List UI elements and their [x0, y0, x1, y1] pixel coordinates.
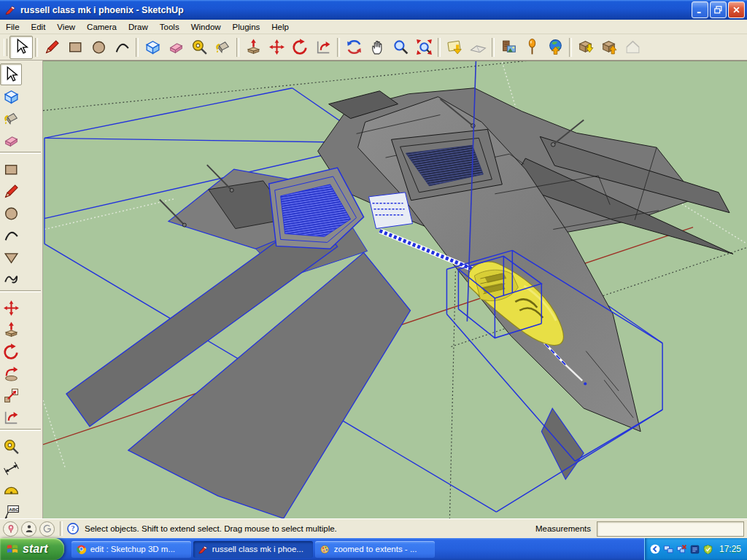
line-tool-button[interactable]: [40, 36, 63, 59]
eraser-icon: [167, 38, 185, 56]
measurements-input[interactable]: [597, 521, 744, 537]
offset-tool-button[interactable]: [0, 406, 22, 428]
preview-in-google-earth-tool-button[interactable]: [543, 36, 567, 59]
select-icon: [12, 38, 31, 56]
get-models-tool-button[interactable]: [574, 36, 597, 59]
scale-icon: [2, 386, 20, 405]
add-new-building-tool-button[interactable]: [520, 36, 543, 59]
push-pull-tool-button[interactable]: [0, 319, 22, 341]
circle-tool-button[interactable]: [0, 202, 22, 224]
share-models-icon: [600, 38, 619, 56]
windows-flag-icon: [6, 542, 19, 556]
menu-edit[interactable]: Edit: [26, 21, 52, 33]
circle-tool-button[interactable]: [87, 36, 110, 59]
orbit-tool-button[interactable]: [342, 36, 365, 59]
paint-bucket-tool-button[interactable]: [0, 107, 22, 129]
application-tray-icon[interactable]: [689, 544, 700, 555]
minimize-button[interactable]: [692, 1, 708, 18]
network-tray-icon[interactable]: [663, 544, 674, 555]
paint-icon: [320, 544, 330, 555]
start-button[interactable]: start: [0, 538, 64, 560]
network-offline-tray-icon[interactable]: [676, 544, 687, 555]
move-tool-button[interactable]: [265, 36, 288, 59]
select-tool-button[interactable]: [0, 63, 22, 85]
dimension-tool-button[interactable]: [0, 457, 22, 479]
security-tray-icon[interactable]: [703, 544, 713, 555]
toggle-terrain-tool-button[interactable]: [466, 36, 489, 59]
freehand-icon: [2, 270, 20, 288]
toolbar-grip[interactable]: [4, 39, 7, 56]
components-tool-button[interactable]: [621, 36, 644, 59]
task-label: edit : Sketchup 3D m...: [90, 545, 175, 553]
add-new-building-icon: [523, 38, 541, 56]
offset-tool-button[interactable]: [311, 36, 335, 59]
push-pull-icon: [2, 321, 20, 339]
get-current-view-tool-button[interactable]: [443, 36, 466, 59]
polygon-tool-button[interactable]: [0, 246, 22, 268]
sign-in-button[interactable]: [39, 521, 55, 537]
line-tool-button[interactable]: [0, 180, 22, 202]
follow-me-icon: [2, 365, 20, 383]
circle-icon: [90, 38, 108, 56]
select-tool-button[interactable]: [9, 36, 33, 59]
menu-view[interactable]: View: [51, 21, 81, 33]
offset-icon: [314, 38, 333, 56]
eraser-tool-button[interactable]: [164, 36, 187, 59]
menu-help[interactable]: Help: [266, 21, 295, 33]
taskbar-task[interactable]: zoomed to extents - ...: [315, 541, 435, 558]
share-models-tool-button[interactable]: [597, 36, 621, 59]
taskbar-task[interactable]: russell class mk i phoe...: [193, 541, 313, 558]
arc-icon: [2, 226, 20, 244]
menu-file[interactable]: File: [0, 21, 26, 33]
menu-draw[interactable]: Draw: [123, 21, 154, 33]
follow-me-tool-button[interactable]: [0, 362, 22, 384]
title-bar[interactable]: russell class mk i phoenix - SketchUp: [0, 0, 747, 20]
taskbar-task[interactable]: edit : Sketchup 3D m...: [71, 541, 191, 558]
rectangle-tool-button[interactable]: [0, 158, 22, 180]
status-help-text: Select objects. Shift to extend select. …: [85, 524, 530, 533]
push-pull-tool-button[interactable]: [241, 36, 265, 59]
geolocation-icon: [6, 524, 16, 534]
help-icon[interactable]: [66, 522, 80, 535]
arc-tool-button[interactable]: [110, 36, 133, 59]
eraser-tool-button[interactable]: [0, 129, 22, 151]
statusbar-divider: [60, 521, 63, 536]
system-tray: 17:25: [644, 538, 747, 560]
move-tool-button[interactable]: [0, 297, 22, 319]
claim-credit-button[interactable]: [21, 521, 36, 537]
menu-tools[interactable]: Tools: [154, 21, 185, 33]
chrome-icon: [76, 544, 87, 555]
make-component-tool-button[interactable]: [0, 85, 22, 107]
photo-textures-icon: [500, 38, 518, 56]
restore-button[interactable]: [710, 1, 727, 18]
menu-plugins[interactable]: Plugins: [227, 21, 266, 33]
rotate-tool-button[interactable]: [288, 36, 311, 59]
make-component-tool-button[interactable]: [141, 36, 164, 59]
pan-tool-button[interactable]: [365, 36, 389, 59]
photo-textures-tool-button[interactable]: [497, 36, 520, 59]
scale-tool-button[interactable]: [0, 384, 22, 406]
tape-measure-tool-button[interactable]: [187, 36, 211, 59]
menu-camera[interactable]: Camera: [81, 21, 123, 33]
line-icon: [2, 182, 20, 201]
task-label: russell class mk i phoe...: [212, 545, 303, 553]
tray-collapse-chevron-icon[interactable]: [649, 543, 661, 555]
paint-bucket-tool-button[interactable]: [211, 36, 234, 59]
zoom-icon: [392, 38, 410, 56]
tape-measure-tool-button[interactable]: [0, 435, 22, 457]
close-button[interactable]: [728, 1, 745, 18]
rotate-tool-button[interactable]: [0, 341, 22, 362]
taskbar-clock: 17:25: [719, 544, 741, 554]
freehand-tool-button[interactable]: [0, 268, 22, 289]
viewport-3d[interactable]: [43, 61, 747, 518]
arc-tool-button[interactable]: [0, 224, 22, 246]
rectangle-tool-button[interactable]: [63, 36, 87, 59]
protractor-tool-button[interactable]: [0, 479, 22, 501]
zoom-tool-button[interactable]: [389, 36, 412, 59]
geolocation-button[interactable]: [3, 521, 18, 537]
window-title: russell class mk i phoenix - SketchUp: [20, 5, 690, 15]
zoom-extents-tool-button[interactable]: [412, 36, 436, 59]
orbit-icon: [345, 38, 363, 56]
menu-window[interactable]: Window: [185, 21, 227, 33]
select-icon: [2, 66, 20, 84]
